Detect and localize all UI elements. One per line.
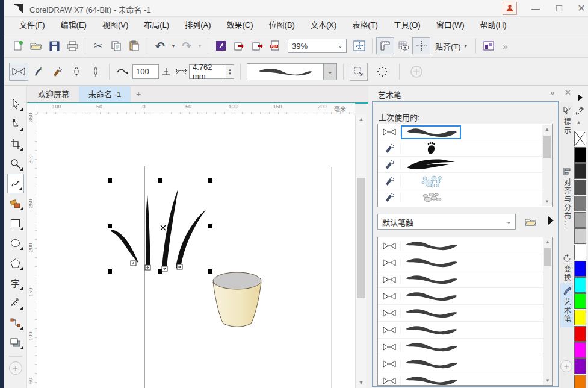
docker-tab-align-distribute[interactable]: 对齐与分布... — [560, 167, 574, 230]
browse-folder-icon[interactable] — [522, 214, 539, 230]
color-swatch[interactable] — [574, 326, 586, 342]
palette-scroll-up-icon[interactable]: ▲ — [576, 119, 581, 125]
vertical-ruler[interactable]: 35030025020015010050 — [27, 114, 37, 388]
stroke-preview-dropdown-icon[interactable]: ⌄ — [324, 63, 337, 80]
menu-item[interactable]: 位图(B) — [261, 17, 303, 34]
save-icon[interactable] — [45, 37, 63, 54]
scrollbar-thumb[interactable] — [543, 136, 551, 158]
stroke-list-item[interactable] — [378, 254, 552, 271]
zoom-level-combo[interactable]: 39% ⌄ — [288, 39, 347, 53]
recent-item-swirl[interactable] — [378, 124, 552, 140]
stroke-list-item[interactable] — [378, 339, 552, 355]
docker-tab-transform[interactable]: 变换 — [560, 254, 574, 282]
grid-toggle-icon[interactable] — [394, 37, 412, 54]
menu-item[interactable]: 文件(F) — [11, 17, 53, 34]
minimize-button[interactable]: — — [525, 0, 546, 17]
scroll-up-icon[interactable]: ▲ — [543, 237, 552, 246]
stroke-list-item[interactable] — [378, 271, 552, 288]
drop-shadow-tool[interactable] — [7, 333, 24, 352]
maximize-button[interactable]: ☐ — [549, 0, 569, 17]
color-swatch[interactable] — [574, 147, 586, 163]
rulers-toggle-icon[interactable] — [376, 37, 394, 54]
color-swatch[interactable] — [574, 310, 586, 325]
stroke-list-item[interactable] — [378, 355, 552, 372]
tab-untitled-1[interactable]: 未命名 -1 — [79, 86, 131, 102]
redo-dropdown-icon[interactable]: ▾ — [196, 37, 204, 54]
dimension-tool[interactable] — [7, 293, 24, 313]
sprayer-icon[interactable] — [48, 63, 67, 81]
recent-item-footprint[interactable] — [378, 140, 552, 157]
stroke-width-input[interactable]: 4.762 mm — [189, 64, 226, 79]
customize-toolbox-button[interactable]: + — [9, 361, 22, 375]
export-icon[interactable] — [248, 37, 266, 54]
connector-tool[interactable] — [7, 313, 24, 333]
stroke-list-item[interactable] — [378, 305, 552, 322]
drawing-canvas[interactable] — [37, 114, 355, 388]
menu-item[interactable]: 窗口(W) — [429, 17, 472, 34]
menu-item[interactable]: 布局(L) — [136, 17, 177, 34]
import-icon[interactable] — [230, 37, 248, 54]
docker-collapse-icon[interactable]: » — [550, 88, 554, 97]
canvas-vertical-scrollbar[interactable]: ▲ ▼ — [355, 114, 366, 388]
open-icon[interactable] — [27, 37, 45, 54]
stroke-width-spinner[interactable]: ▲▼ — [226, 64, 234, 79]
scroll-up-icon[interactable]: ▲ — [356, 114, 367, 125]
user-account-icon[interactable] — [503, 2, 517, 15]
smart-fill-tool[interactable] — [7, 193, 24, 213]
color-swatch[interactable] — [574, 163, 586, 179]
add-preset-icon[interactable] — [407, 63, 426, 81]
calligraphic-icon[interactable] — [67, 63, 86, 81]
menu-item[interactable]: 表格(T) — [344, 17, 386, 34]
grass-blade-1[interactable] — [111, 230, 138, 263]
scale-stroke-with-object-icon[interactable] — [350, 63, 368, 81]
color-swatch[interactable] — [574, 293, 586, 309]
stroke-list-item[interactable] — [378, 372, 552, 386]
ellipse-tool[interactable] — [7, 233, 24, 253]
recent-item-bubbles[interactable] — [378, 173, 552, 189]
snap-toggle-icon[interactable] — [412, 37, 430, 54]
paste-icon[interactable] — [125, 37, 143, 54]
new-document-tab-button[interactable]: + — [131, 86, 146, 102]
pick-tool[interactable] — [7, 94, 24, 114]
color-swatch[interactable] — [574, 196, 586, 211]
no-color-swatch[interactable] — [574, 131, 586, 146]
crop-tool[interactable] — [7, 134, 24, 154]
scroll-down-icon[interactable]: ▼ — [543, 376, 552, 385]
zoom-tool[interactable] — [7, 154, 24, 174]
color-swatch[interactable] — [574, 375, 586, 388]
color-swatch[interactable] — [574, 228, 586, 244]
docker-flyout-icon[interactable] — [548, 216, 554, 225]
rectangle-tool[interactable] — [7, 213, 24, 233]
text-tool[interactable]: 字 — [7, 273, 24, 293]
stroke-list-item[interactable] — [378, 288, 552, 305]
palette-flyout-icon[interactable] — [578, 94, 583, 101]
default-strokes-scrollbar[interactable]: ▲ ▼ — [543, 237, 552, 385]
horizontal-ruler[interactable]: 10050050100150200 — [37, 103, 355, 114]
undo-icon[interactable]: ↶ — [151, 37, 169, 54]
cut-icon[interactable]: ✂ — [89, 37, 107, 54]
recent-list-scrollbar[interactable]: ▲ ▼ — [542, 125, 552, 206]
menu-item[interactable]: 编辑(E) — [53, 17, 94, 34]
menu-item[interactable]: 视图(V) — [94, 17, 136, 34]
color-swatch[interactable] — [574, 212, 586, 228]
stroke-preview-combo[interactable] — [247, 63, 324, 80]
recent-item-stones[interactable] — [378, 189, 552, 205]
stroke-list-item[interactable] — [378, 322, 552, 339]
stroke-category-combo[interactable]: 默认笔触 ⌄ — [377, 214, 516, 230]
full-screen-preview-icon[interactable] — [350, 37, 368, 54]
redo-icon[interactable]: ↷ — [178, 37, 196, 54]
tab-welcome-screen[interactable]: 欢迎屏幕 — [28, 86, 79, 102]
scrollbar-thumb[interactable] — [357, 178, 365, 298]
menu-item[interactable]: 工具(O) — [386, 17, 429, 34]
pressure-icon[interactable] — [86, 63, 105, 81]
new-document-icon[interactable] — [9, 37, 27, 54]
docker-close-icon[interactable]: ✕ — [565, 88, 571, 97]
scrollbar-thumb[interactable] — [544, 248, 551, 266]
copy-icon[interactable] — [107, 37, 125, 54]
stroke-list-item[interactable] — [378, 237, 552, 254]
brush-stroke-icon[interactable] — [28, 63, 48, 81]
smoothing-slider-icon[interactable] — [159, 63, 173, 81]
toolbar-overflow-icon[interactable]: » — [503, 41, 506, 51]
publish-pdf-icon[interactable]: PDF — [266, 37, 284, 54]
scroll-up-icon[interactable]: ▲ — [542, 125, 552, 134]
